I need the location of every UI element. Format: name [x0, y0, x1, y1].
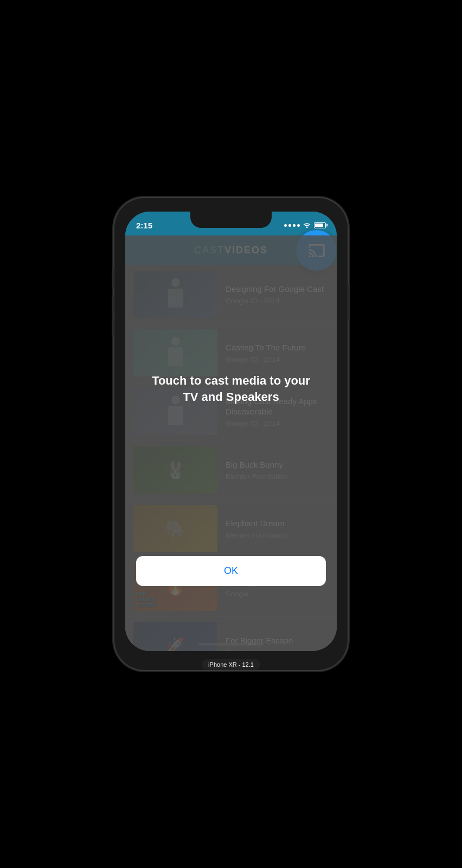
- signal-dot-2: [288, 224, 291, 227]
- status-time: 2:15: [136, 218, 152, 230]
- notch: [190, 212, 272, 228]
- signal-dot-4: [297, 224, 300, 227]
- ok-button-container: OK: [136, 556, 326, 586]
- device-label: iPhone XR - 12.1: [202, 659, 260, 670]
- phone-frame: 2:15: [114, 198, 348, 670]
- battery-icon: [314, 222, 326, 228]
- signal-dots: [284, 224, 300, 227]
- signal-dot-1: [284, 224, 287, 227]
- phone-screen: 2:15: [125, 212, 337, 651]
- cast-tooltip-overlay: Touch to cast media to your TV and Speak…: [125, 235, 337, 651]
- wifi-icon: [303, 221, 311, 229]
- cast-tooltip-text: Touch to cast media to your TV and Speak…: [125, 373, 337, 405]
- battery-fill: [315, 224, 323, 227]
- ok-button[interactable]: OK: [136, 556, 326, 586]
- signal-dot-3: [293, 224, 296, 227]
- status-icons: [284, 218, 326, 229]
